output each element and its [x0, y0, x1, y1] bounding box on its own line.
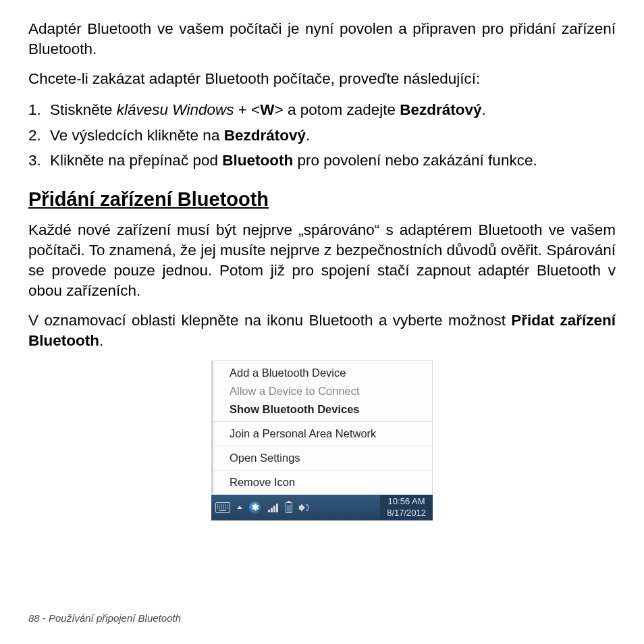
step-key-bold: W — [260, 101, 274, 118]
step-number: 3. — [28, 149, 41, 172]
clock-time: 10:56 AM — [387, 496, 426, 507]
signal-icon[interactable] — [268, 503, 279, 512]
step-text: pro povolení nebo zakázání funkce. — [293, 152, 537, 169]
intro-paragraph-1: Adaptér Bluetooth ve vašem počítači je n… — [28, 19, 616, 59]
section-paragraph-1: Každé nové zařízení musí být nejprve „sp… — [28, 220, 616, 301]
bluetooth-context-menu: Add a Bluetooth Device Allow a Device to… — [211, 360, 433, 520]
menu-item-open-settings[interactable]: Open Settings — [213, 449, 432, 467]
menu-item-add-device[interactable]: Add a Bluetooth Device — [213, 364, 432, 382]
section-heading: Přidání zařízení Bluetooth — [28, 188, 616, 211]
tray-expand-icon[interactable] — [237, 506, 242, 509]
menu-item-join-pan[interactable]: Join a Personal Area Network — [213, 425, 432, 443]
step-text: > a potom zadejte — [274, 101, 400, 118]
menu-item-allow-connect: Allow a Device to Connect — [213, 382, 432, 400]
keyboard-icon[interactable] — [215, 502, 230, 513]
step-text: . — [482, 101, 486, 118]
step-3: 3. Klikněte na přepínač pod Bluetooth pr… — [28, 149, 616, 172]
bluetooth-icon[interactable]: ✱ — [249, 502, 261, 514]
menu-item-show-devices[interactable]: Show Bluetooth Devices — [213, 400, 432, 419]
step-text: Ve výsledcích klikněte na — [50, 127, 224, 144]
step-term-bold: Bezdrátový — [400, 101, 481, 118]
step-1: 1. Stiskněte klávesu Windows + <W> a pot… — [28, 99, 616, 122]
step-text: + < — [234, 101, 260, 118]
step-term-bold: Bluetooth — [222, 152, 293, 169]
step-key-italic: klávesu Windows — [117, 101, 234, 118]
intro-paragraph-2: Chcete-li zakázat adaptér Bluetooth počí… — [28, 69, 616, 89]
battery-icon[interactable] — [286, 502, 292, 513]
taskbar-clock[interactable]: 10:56 AM 8/17/2012 — [380, 495, 433, 520]
step-text: Klikněte na přepínač pod — [50, 152, 222, 169]
paragraph-text: V oznamovací oblasti klepněte na ikonu B… — [28, 312, 511, 329]
step-number: 2. — [28, 124, 41, 147]
section-paragraph-2: V oznamovací oblasti klepněte na ikonu B… — [28, 311, 616, 351]
clock-date: 8/17/2012 — [387, 508, 426, 518]
step-2: 2. Ve výsledcích klikněte na Bezdrátový. — [28, 124, 616, 147]
step-number: 1. — [28, 99, 41, 122]
paragraph-text: . — [99, 332, 103, 349]
step-term-bold: Bezdrátový — [224, 127, 306, 144]
page-footer: 88 - Používání připojení Bluetooth — [28, 612, 181, 624]
volume-icon[interactable] — [299, 503, 308, 512]
step-text: . — [306, 127, 310, 144]
steps-list: 1. Stiskněte klávesu Windows + <W> a pot… — [28, 99, 616, 172]
step-text: Stiskněte — [50, 101, 117, 118]
menu-item-remove-icon[interactable]: Remove Icon — [213, 473, 432, 491]
taskbar: ✱ 10:56 AM 8/17/2012 — [211, 495, 433, 520]
bluetooth-glyph: ✱ — [252, 502, 259, 512]
